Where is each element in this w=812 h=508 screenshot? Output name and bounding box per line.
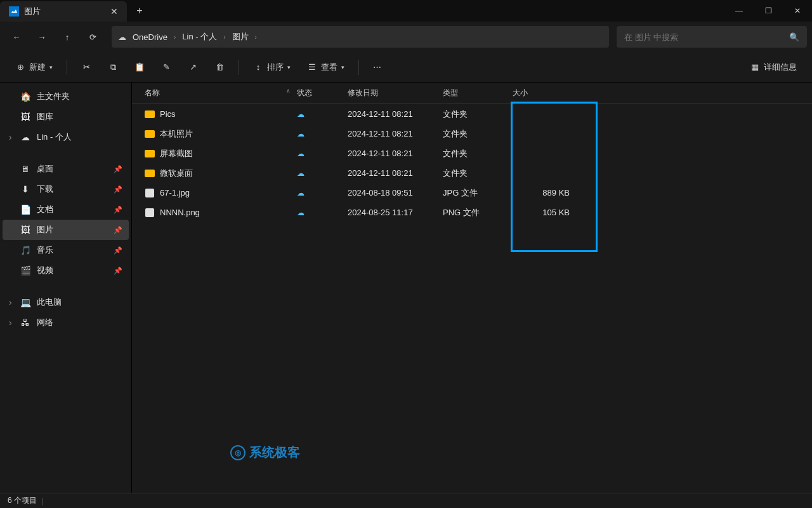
sidebar-item-下载[interactable]: ⬇下载📌 bbox=[3, 179, 129, 199]
pin-icon: 📌 bbox=[114, 185, 122, 194]
file-type: 文件夹 bbox=[443, 128, 506, 140]
file-row[interactable]: 本机照片 ☁ 2024-12-11 08:21 文件夹 bbox=[132, 124, 812, 144]
sidebar-label: 此电脑 bbox=[37, 297, 62, 308]
cloud-status-icon: ☁ bbox=[297, 189, 304, 197]
minimize-button[interactable]: — bbox=[724, 0, 754, 22]
cut-button[interactable]: ✂ bbox=[75, 58, 98, 76]
chevron-down-icon: ▾ bbox=[49, 64, 53, 70]
new-tab-button[interactable]: + bbox=[127, 0, 152, 22]
main: 🏠主文件夹🖼图库☁Lin - 个人 🖥桌面📌⬇下载📌📄文档📌🖼图片📌🎵音乐📌🎬视… bbox=[0, 83, 812, 493]
file-row[interactable]: 微软桌面 ☁ 2024-12-11 08:21 文件夹 bbox=[132, 163, 812, 183]
sidebar-icon: 🖼 bbox=[20, 112, 30, 122]
file-date: 2024-08-25 11:17 bbox=[348, 208, 443, 217]
plus-circle-icon: ⊕ bbox=[15, 62, 25, 72]
col-date-header[interactable]: 修改日期 bbox=[348, 88, 443, 98]
item-count: 6 个项目 bbox=[8, 495, 37, 506]
file-type: 文件夹 bbox=[443, 148, 506, 159]
back-button[interactable]: ← bbox=[5, 25, 28, 48]
col-size-header[interactable]: 大小 bbox=[506, 88, 582, 98]
cloud-status-icon: ☁ bbox=[297, 130, 304, 138]
cloud-icon: ☁ bbox=[118, 32, 126, 42]
chevron-right-icon: › bbox=[174, 34, 176, 41]
sidebar-icon: 🖼 bbox=[20, 225, 30, 235]
delete-button[interactable]: 🗑 bbox=[208, 58, 231, 76]
sidebar-label: 文档 bbox=[37, 204, 53, 215]
search-input[interactable] bbox=[624, 32, 784, 42]
separator bbox=[358, 60, 359, 75]
crumb-2[interactable]: 图片 bbox=[230, 30, 251, 44]
sidebar-item-音乐[interactable]: 🎵音乐📌 bbox=[3, 240, 129, 260]
file-date: 2024-12-11 08:21 bbox=[348, 149, 443, 158]
col-name-header[interactable]: 名称∧ bbox=[132, 88, 297, 98]
file-size: 889 KB bbox=[506, 188, 582, 197]
column-headers: 名称∧ 状态 修改日期 类型 大小 bbox=[132, 83, 812, 104]
breadcrumb[interactable]: ☁ OneDrive › Lin - 个人 › 图片 › bbox=[112, 26, 609, 48]
sidebar-icon: 🖧 bbox=[20, 318, 30, 328]
copy-icon: ⧉ bbox=[108, 62, 118, 72]
col-type-header[interactable]: 类型 bbox=[443, 88, 506, 98]
close-button[interactable]: ✕ bbox=[783, 0, 812, 22]
forward-button[interactable]: → bbox=[30, 25, 53, 48]
sidebar-label: 网络 bbox=[37, 317, 53, 328]
file-size: 105 KB bbox=[506, 208, 582, 217]
sidebar-item-视频[interactable]: 🎬视频📌 bbox=[3, 260, 129, 281]
file-name: 67-1.jpg bbox=[160, 188, 190, 197]
tab-active[interactable]: 图片 ✕ bbox=[0, 1, 127, 22]
share-button[interactable]: ↗ bbox=[181, 58, 204, 76]
sidebar-icon: 🎬 bbox=[20, 265, 30, 276]
file-row[interactable]: 67-1.jpg ☁ 2024-08-18 09:51 JPG 文件 889 K… bbox=[132, 183, 812, 203]
details-pane-button[interactable]: ▦ 详细信息 bbox=[743, 58, 803, 77]
file-date: 2024-08-18 09:51 bbox=[348, 188, 443, 197]
file-date: 2024-12-11 08:21 bbox=[348, 109, 443, 119]
view-button[interactable]: ☰ 查看 ▾ bbox=[301, 58, 351, 77]
file-name: Pics bbox=[160, 109, 176, 119]
cloud-status-icon: ☁ bbox=[297, 208, 304, 217]
close-icon[interactable]: ✕ bbox=[110, 6, 118, 17]
maximize-button[interactable]: ❐ bbox=[754, 0, 783, 22]
file-name: 屏幕截图 bbox=[160, 148, 193, 159]
sidebar-icon: 📄 bbox=[20, 204, 30, 215]
sort-button[interactable]: ↕ 排序 ▾ bbox=[247, 58, 297, 77]
sidebar-item-桌面[interactable]: 🖥桌面📌 bbox=[3, 159, 129, 179]
file-name: NNNN.png bbox=[160, 208, 200, 217]
file-type: 文件夹 bbox=[443, 109, 506, 120]
sort-icon: ↕ bbox=[253, 62, 263, 72]
pin-icon: 📌 bbox=[114, 206, 122, 214]
more-button[interactable]: ⋯ bbox=[367, 58, 388, 76]
file-list: 名称∧ 状态 修改日期 类型 大小 Pics ☁ 2024-12-11 08:2… bbox=[132, 83, 812, 493]
watermark: ◎ 系统极客 bbox=[230, 444, 300, 461]
search-icon[interactable]: 🔍 bbox=[789, 32, 799, 42]
file-name: 微软桌面 bbox=[160, 168, 193, 179]
file-type: 文件夹 bbox=[443, 168, 506, 179]
sidebar-label: 音乐 bbox=[37, 244, 53, 256]
sidebar: 🏠主文件夹🖼图库☁Lin - 个人 🖥桌面📌⬇下载📌📄文档📌🖼图片📌🎵音乐📌🎬视… bbox=[0, 83, 132, 493]
paste-icon: 📋 bbox=[134, 62, 145, 72]
file-row[interactable]: Pics ☁ 2024-12-11 08:21 文件夹 bbox=[132, 104, 812, 124]
file-date: 2024-12-11 08:21 bbox=[348, 168, 443, 178]
sidebar-label: 视频 bbox=[37, 265, 53, 276]
details-icon: ▦ bbox=[750, 62, 760, 72]
sidebar-item-Lin - 个人[interactable]: ☁Lin - 个人 bbox=[3, 127, 129, 147]
tab-title: 图片 bbox=[24, 6, 41, 17]
file-row[interactable]: NNNN.png ☁ 2024-08-25 11:17 PNG 文件 105 K… bbox=[132, 203, 812, 222]
copy-button[interactable]: ⧉ bbox=[102, 58, 124, 76]
new-button[interactable]: ⊕ 新建 ▾ bbox=[9, 58, 59, 77]
sidebar-item-图库[interactable]: 🖼图库 bbox=[3, 107, 129, 127]
file-row[interactable]: 屏幕截图 ☁ 2024-12-11 08:21 文件夹 bbox=[132, 144, 812, 163]
sidebar-item-此电脑[interactable]: 💻此电脑 bbox=[3, 292, 129, 312]
crumb-1[interactable]: Lin - 个人 bbox=[180, 30, 219, 44]
col-status-header[interactable]: 状态 bbox=[297, 88, 348, 98]
search-box[interactable]: 🔍 bbox=[617, 26, 807, 48]
separator bbox=[239, 60, 239, 75]
folder-icon bbox=[145, 110, 155, 118]
sidebar-item-主文件夹[interactable]: 🏠主文件夹 bbox=[3, 86, 129, 107]
refresh-button[interactable]: ⟳ bbox=[81, 25, 104, 48]
sidebar-item-网络[interactable]: 🖧网络 bbox=[3, 312, 129, 333]
crumb-0[interactable]: OneDrive bbox=[130, 31, 170, 43]
paste-button[interactable]: 📋 bbox=[128, 58, 151, 76]
sidebar-item-文档[interactable]: 📄文档📌 bbox=[3, 199, 129, 220]
sidebar-item-图片[interactable]: 🖼图片📌 bbox=[3, 220, 129, 240]
up-button[interactable]: ↑ bbox=[56, 25, 79, 48]
rename-button[interactable]: ✎ bbox=[155, 58, 178, 76]
file-type: PNG 文件 bbox=[443, 207, 506, 218]
